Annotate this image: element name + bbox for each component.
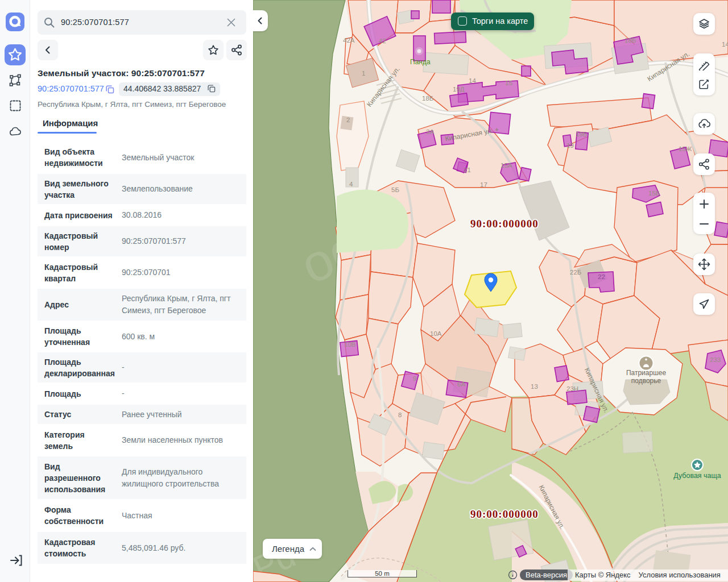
svg-text:2: 2 bbox=[346, 117, 350, 123]
svg-text:3А: 3А bbox=[426, 128, 434, 135]
svg-text:22: 22 bbox=[598, 273, 605, 280]
svg-text:8: 8 bbox=[398, 411, 402, 418]
svg-text:22Б: 22Б bbox=[570, 269, 581, 276]
svg-text:14: 14 bbox=[722, 41, 728, 48]
svg-text:5Б: 5Б bbox=[391, 186, 399, 193]
svg-text:17: 17 bbox=[480, 181, 487, 188]
svg-text:42А: 42А bbox=[343, 37, 355, 44]
svg-text:19: 19 bbox=[566, 142, 574, 149]
svg-text:19Б: 19Б bbox=[576, 131, 587, 138]
svg-text:15Б: 15Б bbox=[648, 190, 660, 197]
svg-text:90:00:000000: 90:00:000000 bbox=[470, 218, 539, 230]
svg-text:Дубовая чаща: Дубовая чаща bbox=[673, 472, 721, 480]
svg-text:15: 15 bbox=[505, 80, 512, 86]
svg-text:9: 9 bbox=[413, 375, 416, 382]
svg-text:42: 42 bbox=[379, 38, 386, 44]
svg-text:18Б: 18Б bbox=[422, 95, 433, 102]
svg-text:233: 233 bbox=[710, 356, 721, 363]
svg-text:21: 21 bbox=[464, 167, 471, 173]
svg-text:подворье: подворье bbox=[631, 377, 661, 385]
svg-text:23Н: 23Н bbox=[566, 385, 578, 392]
svg-text:Патриаршее: Патриаршее bbox=[626, 369, 667, 377]
svg-text:90:00:000000: 90:00:000000 bbox=[470, 508, 539, 520]
svg-text:10В: 10В bbox=[344, 341, 356, 348]
svg-text:13: 13 bbox=[531, 383, 538, 390]
svg-text:15А: 15А bbox=[500, 162, 512, 169]
svg-text:1: 1 bbox=[362, 70, 365, 77]
svg-text:18Б: 18Б bbox=[624, 37, 636, 44]
svg-text:Панда: Панда bbox=[410, 58, 431, 66]
svg-text:6А: 6А bbox=[457, 381, 465, 388]
svg-text:15Ж: 15Ж bbox=[679, 146, 692, 152]
svg-text:14: 14 bbox=[469, 77, 476, 84]
svg-text:19Д: 19Д bbox=[453, 86, 465, 93]
svg-text:10А: 10А bbox=[430, 330, 442, 337]
svg-text:4: 4 bbox=[349, 181, 353, 188]
